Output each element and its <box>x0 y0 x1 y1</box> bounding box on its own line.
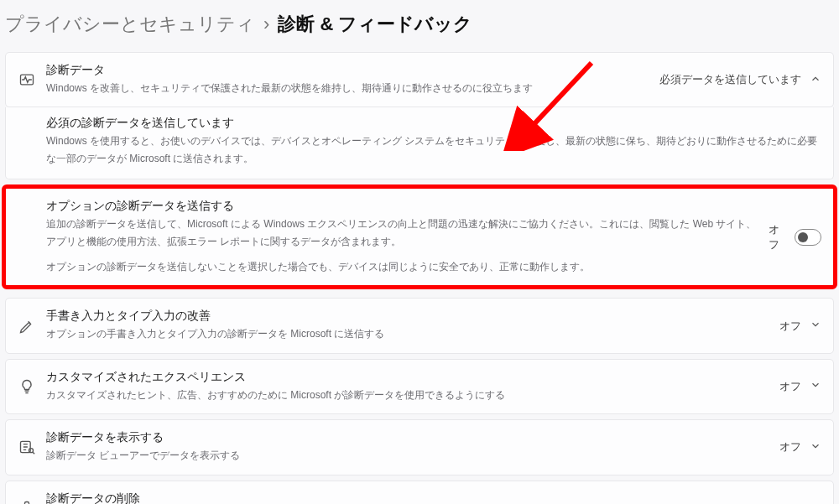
trash-icon <box>18 500 36 504</box>
page-title: 診断 & フィードバック <box>278 12 472 37</box>
chevron-down-icon[interactable] <box>810 440 821 455</box>
panel-view-data[interactable]: 診断データを表示する 診断データ ビューアーでデータを表示する オフ <box>5 419 834 475</box>
optional-title: オプションの診断データを送信する <box>46 199 758 214</box>
inking-state: オフ <box>779 319 801 334</box>
view-state: オフ <box>779 439 801 455</box>
optional-toggle[interactable] <box>795 229 821 246</box>
diag-title: 診断データ <box>46 63 649 78</box>
chevron-down-icon[interactable] <box>810 501 821 504</box>
diag-desc: Windows を改善し、セキュリティで保護された最新の状態を維持し、期待通りに… <box>46 80 649 96</box>
inking-title: 手書き入力とタイプ入力の改善 <box>46 309 769 324</box>
inking-desc: オプションの手書き入力とタイプ入力の診断データを Microsoft に送信する <box>46 325 769 342</box>
breadcrumb-parent[interactable]: プライバシーとセキュリティ <box>5 12 255 37</box>
data-view-icon <box>18 439 36 455</box>
required-title: 必須の診断データを送信しています <box>46 116 821 131</box>
panel-delete-data[interactable]: 診断データの削除 Microsoft によって収集された、このデバイスに関する診… <box>5 481 834 504</box>
view-title: 診断データを表示する <box>46 430 769 445</box>
optional-desc2: オプションの診断データを送信しないことを選択した場合でも、デバイスは同じように安… <box>46 258 758 275</box>
chevron-down-icon[interactable] <box>810 319 821 333</box>
svg-point-2 <box>29 449 34 453</box>
highlight-optional: オプションの診断データを送信する 追加の診断データを送信して、Microsoft… <box>2 184 837 289</box>
panel-inking[interactable]: 手書き入力とタイプ入力の改善 オプションの手書き入力とタイプ入力の診断データを … <box>5 298 834 353</box>
panel-required-data: 必須の診断データを送信しています Windows を使用すると、お使いのデバイス… <box>5 107 834 179</box>
delete-title: 診断データの削除 <box>46 491 800 504</box>
view-desc: 診断データ ビューアーでデータを表示する <box>46 447 769 464</box>
breadcrumb-separator: › <box>263 13 269 35</box>
optional-desc1: 追加の診断データを送信して、Microsoft による Windows エクスペ… <box>46 216 758 250</box>
tailored-state: オフ <box>779 379 801 394</box>
required-desc: Windows を使用すると、お使いのデバイスでは、デバイスとオペレーティング … <box>46 132 821 167</box>
panel-tailored[interactable]: カスタマイズされたエクスペリエンス カスタマイズされたヒント、広告、おすすめのた… <box>5 359 834 414</box>
tailored-desc: カスタマイズされたヒント、広告、おすすめのために Microsoft が診断デー… <box>46 387 769 403</box>
heartbeat-icon <box>18 71 36 88</box>
diag-status: 必須データを送信しています <box>659 72 801 87</box>
optional-state: オフ <box>769 222 786 252</box>
tailored-title: カスタマイズされたエクスペリエンス <box>46 370 769 385</box>
lightbulb-icon <box>18 378 36 395</box>
chevron-down-icon[interactable] <box>810 379 821 393</box>
pen-icon <box>18 318 36 335</box>
chevron-up-icon[interactable] <box>810 73 821 87</box>
panel-diagnostic-data[interactable]: 診断データ Windows を改善し、セキュリティで保護された最新の状態を維持し… <box>5 52 834 107</box>
panel-optional-data[interactable]: オプションの診断データを送信する 追加の診断データを送信して、Microsoft… <box>6 189 833 285</box>
breadcrumb: プライバシーとセキュリティ › 診断 & フィードバック <box>0 0 839 52</box>
